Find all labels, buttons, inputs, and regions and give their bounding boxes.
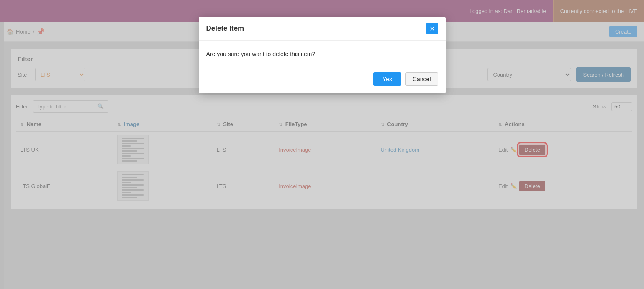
modal-title: Delete Item: [206, 24, 244, 33]
modal-message: Are you sure you want to delete this ite…: [206, 51, 316, 57]
modal-cancel-button[interactable]: Cancel: [405, 72, 438, 86]
modal-close-button[interactable]: ✕: [426, 23, 438, 34]
modal-yes-button[interactable]: Yes: [373, 72, 401, 86]
modal-overlay: Delete Item ✕ Are you sure you want to d…: [0, 0, 644, 289]
modal-body: Are you sure you want to delete this ite…: [199, 41, 446, 67]
delete-modal: Delete Item ✕ Are you sure you want to d…: [199, 17, 446, 93]
modal-header: Delete Item ✕: [199, 17, 446, 41]
modal-footer: Yes Cancel: [199, 67, 446, 93]
